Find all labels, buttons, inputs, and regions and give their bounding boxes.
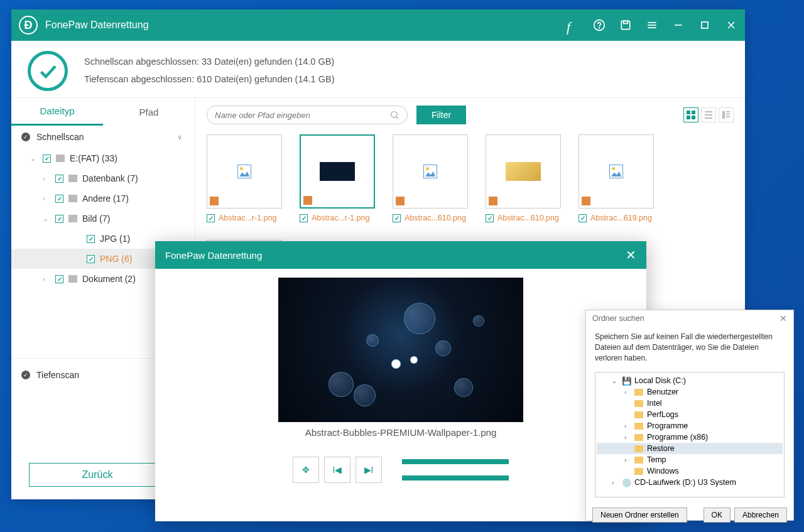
chevron-right-icon: › xyxy=(43,195,50,202)
tab-filetype[interactable]: Dateityp xyxy=(11,98,103,126)
chevron-down-icon: ⌄ xyxy=(30,155,38,163)
svg-line-12 xyxy=(396,117,398,119)
status-text: Schnellscan abgeschlossen: 33 Datei(en) … xyxy=(84,53,334,88)
folder-warning-message: Speichern Sie auf keinen Fall die wieder… xyxy=(586,327,793,368)
svg-rect-13 xyxy=(687,111,690,114)
svg-rect-16 xyxy=(692,116,695,119)
thumbnail-item[interactable]: Abstrac...r-1.png xyxy=(300,134,375,222)
thumbnail-item[interactable]: Abstrac...r-1.png xyxy=(207,134,282,222)
folder-item[interactable]: ›Temp xyxy=(597,454,783,465)
folder-item[interactable]: Windows xyxy=(597,465,783,477)
scan-status: Schnellscan abgeschlossen: 33 Datei(en) … xyxy=(11,41,745,97)
next-button[interactable]: ▶I xyxy=(356,457,382,483)
search-input[interactable] xyxy=(215,111,389,120)
svg-rect-23 xyxy=(726,116,730,117)
tree-item-database[interactable]: › Datenbank (7) xyxy=(11,168,195,188)
tree-section-quickscan[interactable]: Schnellscan ∨ xyxy=(11,126,195,148)
maximize-icon[interactable] xyxy=(698,19,711,31)
folder-icon xyxy=(634,434,643,441)
chevron-right-icon: › xyxy=(624,434,631,441)
folder-item[interactable]: ›Benutzer xyxy=(597,386,783,398)
tab-path[interactable]: Pfad xyxy=(103,98,195,126)
thumbnail-preview xyxy=(506,162,541,181)
thumbnail-item[interactable]: Abstrac...610.png xyxy=(393,134,468,222)
folder-icon xyxy=(634,400,643,407)
folder-item[interactable]: ›Programme (x86) xyxy=(597,432,783,443)
minimize-icon[interactable] xyxy=(672,19,685,31)
checkbox-icon[interactable] xyxy=(393,214,401,222)
chevron-right-icon: › xyxy=(43,275,50,283)
badge-icon xyxy=(396,197,405,205)
svg-rect-8 xyxy=(702,22,708,28)
move-button[interactable]: ✥ xyxy=(293,457,319,483)
svg-point-11 xyxy=(391,112,397,117)
sidebar-tabs: Dateityp Pfad xyxy=(11,98,195,126)
tree-item-other[interactable]: › Andere (17) xyxy=(11,188,195,209)
chevron-down-icon: ⌄ xyxy=(612,377,618,384)
folder-item[interactable]: PerfLogs xyxy=(597,409,783,420)
folder-browser-dialog: Ordner suchen ✕ Speichern Sie auf keinen… xyxy=(585,310,794,521)
deepscan-status: Tiefenscan abgeschlossen: 610 Datei(en) … xyxy=(84,71,334,89)
folder-buttons: Neuen Ordner erstellen OK Abbrechen xyxy=(586,501,793,529)
action-bars[interactable] xyxy=(402,459,509,480)
folder-icon xyxy=(68,175,77,182)
thumbnail-item[interactable]: Abstrac...619.png xyxy=(579,134,654,222)
close-icon[interactable] xyxy=(725,19,737,31)
help-icon[interactable] xyxy=(593,19,606,31)
thumbnail-item[interactable]: Abstrac...610.png xyxy=(486,134,561,222)
checkbox-icon[interactable] xyxy=(87,255,95,263)
svg-rect-2 xyxy=(621,21,629,29)
prev-button[interactable]: I◀ xyxy=(324,457,350,483)
back-button[interactable]: Zurück xyxy=(29,463,166,487)
checkbox-icon[interactable] xyxy=(300,214,308,222)
thumbnail-preview xyxy=(320,162,355,181)
checkbox-icon[interactable] xyxy=(43,155,51,163)
close-icon[interactable]: ✕ xyxy=(780,313,787,323)
folder-item[interactable]: ›Programme xyxy=(597,420,783,432)
folder-item-selected[interactable]: Restore xyxy=(597,443,783,454)
checkbox-icon[interactable] xyxy=(55,215,63,223)
chevron-right-icon: › xyxy=(624,389,631,396)
menu-icon[interactable] xyxy=(646,19,658,31)
image-icon xyxy=(423,165,437,178)
cancel-button[interactable]: Abbrechen xyxy=(734,508,787,523)
folder-item[interactable]: Intel xyxy=(597,398,783,409)
checkbox-icon[interactable] xyxy=(55,275,63,283)
folder-icon xyxy=(68,195,77,202)
view-mode-toggle xyxy=(683,107,734,122)
filter-button[interactable]: Filter xyxy=(416,106,466,124)
folder-dialog-title: Ordner suchen xyxy=(592,314,644,323)
tree-item-image[interactable]: ⌄ Bild (7) xyxy=(11,209,195,229)
checkbox-icon[interactable] xyxy=(207,214,215,222)
preview-title: FonePaw Datenrettung xyxy=(165,250,626,261)
disk-icon: 💾 xyxy=(622,376,631,385)
grid-view-icon[interactable] xyxy=(683,107,698,122)
list-view-icon[interactable] xyxy=(701,107,716,122)
preview-titlebar: FonePaw Datenrettung ✕ xyxy=(155,241,646,269)
checkbox-icon[interactable] xyxy=(55,195,63,203)
folder-icon xyxy=(634,423,643,430)
save-icon[interactable] xyxy=(619,19,632,31)
folder-item-root[interactable]: ⌄💾Local Disk (C:) xyxy=(597,375,783,386)
preview-image xyxy=(278,278,523,422)
svg-rect-22 xyxy=(726,114,730,115)
checkbox-icon[interactable] xyxy=(55,175,63,183)
new-folder-button[interactable]: Neuen Ordner erstellen xyxy=(592,508,687,523)
app-title: FonePaw Datenrettung xyxy=(45,19,567,31)
detail-view-icon[interactable] xyxy=(719,107,734,122)
checkbox-icon[interactable] xyxy=(579,214,587,222)
checkbox-icon[interactable] xyxy=(486,214,494,222)
ok-button[interactable]: OK xyxy=(704,508,731,523)
facebook-icon[interactable]: f xyxy=(567,19,579,31)
tree-item-drive[interactable]: ⌄ E:(FAT) (33) xyxy=(11,148,195,168)
checkbox-icon[interactable] xyxy=(87,235,95,243)
folder-icon xyxy=(634,457,643,464)
search-box[interactable] xyxy=(207,106,408,124)
folder-tree[interactable]: ⌄💾Local Disk (C:) ›Benutzer Intel PerfLo… xyxy=(595,372,785,497)
toolbar: Filter xyxy=(207,106,734,124)
close-icon[interactable]: ✕ xyxy=(626,247,636,263)
svg-rect-3 xyxy=(624,21,628,23)
badge-icon xyxy=(210,197,219,205)
folder-item-cd[interactable]: ›💿CD-Laufwerk (D:) U3 System xyxy=(597,477,783,488)
folder-icon xyxy=(634,445,643,452)
